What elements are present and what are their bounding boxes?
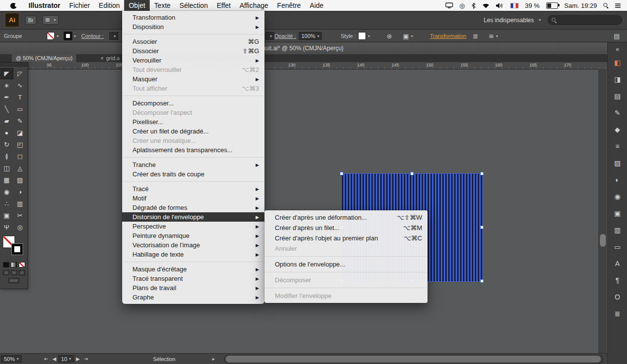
- menu-item-motif[interactable]: Motif▶: [122, 194, 264, 203]
- arrange-documents-button[interactable]: ⊞ ▾: [42, 15, 59, 25]
- expand-panels-icon[interactable]: «: [616, 44, 619, 54]
- swatches-panel-icon[interactable]: ▤: [611, 90, 624, 102]
- layers-panel-icon[interactable]: ▥: [611, 224, 624, 236]
- color-guide-panel-icon[interactable]: ◨: [611, 73, 624, 85]
- menubar-item-illustrator[interactable]: Illustrator: [24, 0, 65, 11]
- eraser-tool-icon[interactable]: ◪: [14, 127, 27, 138]
- menu-item-cr-er-des-traits-de-coupe[interactable]: Créer des traits de coupe: [122, 169, 264, 179]
- none-mode-button[interactable]: [19, 262, 25, 267]
- bridge-button[interactable]: Br: [25, 16, 36, 25]
- menu-item-habillage-de-texte[interactable]: Habillage de texte▶: [122, 250, 264, 259]
- vertical-scrollbar-thumb[interactable]: [600, 234, 606, 247]
- previous-artboard-button[interactable]: ◀: [50, 356, 58, 362]
- selection-handle[interactable]: [340, 172, 343, 175]
- selection-handle[interactable]: [480, 279, 484, 283]
- menubar-item-effet[interactable]: Effet: [212, 0, 235, 11]
- horizontal-scrollbar[interactable]: [224, 355, 603, 364]
- line-segment-tool-icon[interactable]: ╲: [0, 103, 13, 115]
- menu-item-disposition[interactable]: Disposition▶: [122, 22, 264, 32]
- stroke-profile-dropdown[interactable]: ▾: [265, 32, 274, 40]
- zoom-tool-icon[interactable]: ◎: [14, 222, 27, 233]
- gradient-tool-icon[interactable]: ▨: [14, 174, 27, 186]
- horizontal-scrollbar-thumb[interactable]: [226, 356, 601, 363]
- recolor-artwork-icon[interactable]: ⊛: [387, 33, 392, 40]
- selection-handle[interactable]: [480, 172, 484, 175]
- menubar-item-objet[interactable]: Objet: [124, 0, 149, 11]
- transform-panel-link[interactable]: Transformation: [430, 33, 466, 39]
- menubar-item-texte[interactable]: Texte: [150, 0, 175, 11]
- menu-item-cr-er-d-apr-s-un-filet[interactable]: Créer d'après un filet...⌥⌘M: [264, 223, 428, 233]
- menu-item-d-grad-de-formes[interactable]: Dégradé de formes▶: [122, 203, 264, 212]
- battery-icon[interactable]: [546, 2, 558, 9]
- pencil-tool-icon[interactable]: ✎: [14, 115, 27, 127]
- gradient-panel-icon[interactable]: ▨: [611, 157, 624, 169]
- column-graph-tool-icon[interactable]: ▥: [14, 198, 27, 209]
- width-tool-icon[interactable]: ≬: [0, 151, 13, 162]
- menu-item-tranche[interactable]: Tranche▶: [122, 160, 264, 169]
- opacity-input[interactable]: 100% ▾: [299, 32, 322, 40]
- transparency-panel-icon[interactable]: ◐: [611, 174, 624, 186]
- screen-mode-button[interactable]: [8, 278, 19, 283]
- document-tab-grid[interactable]: × grid.a: [97, 54, 124, 62]
- menu-item-masque-d-cr-tage[interactable]: Masque d'écrêtage▶: [122, 265, 264, 274]
- opacity-panel-link[interactable]: Opacité :: [274, 33, 296, 39]
- menu-item-aplatissement-des-transparences[interactable]: Aplatissement des transparences...: [122, 145, 264, 155]
- last-artboard-button[interactable]: ⇥: [82, 356, 90, 362]
- artboard-tool-icon[interactable]: ▣: [0, 210, 13, 221]
- magic-wand-tool-icon[interactable]: ∗: [0, 80, 13, 91]
- next-artboard-button[interactable]: ▶: [74, 356, 82, 362]
- brushes-panel-icon[interactable]: ✎: [611, 107, 624, 119]
- symbols-panel-icon[interactable]: ◆: [611, 124, 624, 135]
- menu-item-pixelliser[interactable]: Pixelliser...: [122, 117, 264, 127]
- scale-tool-icon[interactable]: ◰: [14, 139, 27, 150]
- status-menu-icon[interactable]: ▸: [210, 356, 217, 362]
- draw-behind-button[interactable]: [11, 270, 17, 275]
- search-input[interactable]: [548, 15, 622, 25]
- rectangle-tool-icon[interactable]: ▭: [14, 103, 27, 115]
- direct-selection-tool-icon[interactable]: ◸: [14, 68, 27, 79]
- menu-item-cr-er-un-filet-de-d-grad[interactable]: Créer un filet de dégradé...: [122, 127, 264, 136]
- menubar-item-affichage[interactable]: Affichage: [235, 0, 272, 11]
- menu-item-graphe[interactable]: Graphe▶: [122, 293, 264, 302]
- appearance-panel-icon[interactable]: ◉: [611, 191, 624, 202]
- menu-item-transformation[interactable]: Transformation▶: [122, 13, 264, 22]
- slice-tool-icon[interactable]: ✂: [14, 210, 27, 221]
- graphic-styles-panel-icon[interactable]: ▣: [611, 207, 624, 219]
- keyboard-layout-flag-icon[interactable]: [510, 3, 519, 8]
- menu-item-trac-transparent[interactable]: Tracé transparent▶: [122, 274, 264, 283]
- gradient-mode-button[interactable]: [11, 262, 17, 267]
- color-panel-icon[interactable]: ◧: [611, 57, 624, 68]
- menu-item-verrouiller[interactable]: Verrouiller▶: [122, 56, 264, 65]
- blend-tool-icon[interactable]: ◑: [14, 186, 27, 198]
- horizontal-ruler[interactable]: 9510010511011512012513013514014515015516…: [0, 62, 607, 69]
- spotlight-icon[interactable]: [603, 3, 608, 8]
- document-options-icon[interactable]: ▣: [403, 33, 409, 40]
- first-artboard-button[interactable]: ⇤: [42, 356, 50, 362]
- stroke-color-swatch[interactable]: [64, 32, 72, 40]
- zoom-dropdown[interactable]: 50% ▾: [1, 355, 22, 363]
- menu-item-d-composer[interactable]: Décomposer...: [122, 99, 264, 108]
- document-window-titlebar[interactable]: nuit.ai* @ 50% (CMJN/Aperçu): [0, 42, 607, 55]
- wifi-icon[interactable]: [482, 3, 490, 8]
- mesh-tool-icon[interactable]: ▦: [0, 174, 13, 186]
- sync-icon[interactable]: ◎: [460, 2, 465, 9]
- tools-panel-grip[interactable]: [0, 63, 28, 66]
- stroke-weight-dropdown[interactable]: ▾: [109, 32, 118, 40]
- eyedropper-tool-icon[interactable]: ◉: [0, 186, 13, 198]
- menu-item-perspective[interactable]: Perspective▶: [122, 222, 264, 231]
- panel-menu-icon[interactable]: ▤: [614, 33, 620, 40]
- menu-item-peinture-dynamique[interactable]: Peinture dynamique▶: [122, 231, 264, 240]
- menu-item-trac[interactable]: Tracé▶: [122, 184, 264, 194]
- selection-tool-icon[interactable]: ◤: [0, 68, 13, 79]
- menubar-item-fichier[interactable]: Fichier: [65, 0, 95, 11]
- hand-tool-icon[interactable]: Ψ: [0, 222, 13, 233]
- stroke-panel-link[interactable]: Contour :: [81, 33, 103, 39]
- menubar-item-edition[interactable]: Edition: [95, 0, 125, 11]
- menu-item-associer[interactable]: Associer⌘G: [122, 37, 264, 46]
- pen-tool-icon[interactable]: ✒: [0, 92, 13, 103]
- selection-handle[interactable]: [410, 172, 414, 175]
- close-tab-icon[interactable]: ×: [100, 54, 103, 62]
- shape-builder-tool-icon[interactable]: ◫: [0, 163, 13, 174]
- menubar-item-aide[interactable]: Aide: [305, 0, 328, 11]
- draw-normal-button[interactable]: [3, 270, 9, 275]
